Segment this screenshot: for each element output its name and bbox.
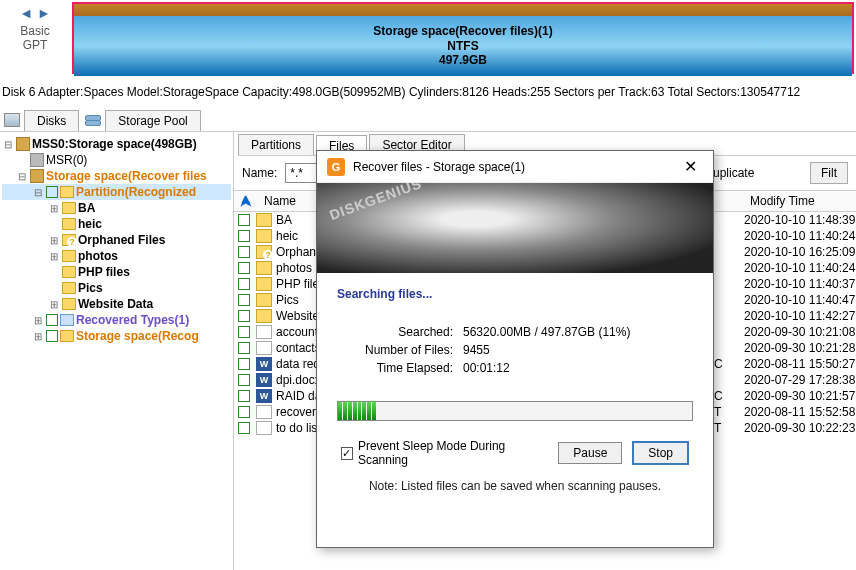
folder-icon xyxy=(60,330,74,342)
folder-icon xyxy=(256,213,272,227)
basic-gpt-indicator: ◄ ► Basic GPT xyxy=(0,0,70,80)
checkbox-icon[interactable] xyxy=(238,310,250,322)
file-modify-time: 2020-10-10 11:40:24 xyxy=(744,261,856,275)
tree-folder-orphaned[interactable]: ⊞Orphaned Files xyxy=(2,232,231,248)
left-tabs: Disks Storage Pool xyxy=(0,108,856,132)
file-modify-time: 2020-09-30 10:22:23 xyxy=(744,421,856,435)
word-doc-icon: W xyxy=(256,389,272,403)
prevent-sleep-checkbox[interactable]: ✓ Prevent Sleep Mode During Scanning xyxy=(341,439,538,467)
dialog-title: Recover files - Storage space(1) xyxy=(353,160,678,174)
checkbox-icon[interactable] xyxy=(238,278,250,290)
tree-folder-pics[interactable]: Pics xyxy=(2,280,231,296)
elapsed-label: Time Elapsed: xyxy=(337,361,453,375)
up-folder-icon[interactable]: ⮝ xyxy=(234,194,258,208)
checkbox-icon[interactable] xyxy=(238,214,250,226)
close-icon[interactable]: ✕ xyxy=(678,157,703,176)
tree-folder-ba[interactable]: ⊞BA xyxy=(2,200,231,216)
folder-icon xyxy=(256,309,272,323)
brand-text: DISKGENIUS xyxy=(327,183,424,223)
stop-button[interactable]: Stop xyxy=(632,441,689,465)
word-doc-icon: W xyxy=(256,357,272,371)
filter-button[interactable]: Filt xyxy=(810,162,848,184)
dialog-banner-image: DISKGENIUS xyxy=(317,183,713,273)
partition-fs: NTFS xyxy=(447,39,478,53)
column-modify-time[interactable]: Modify Time xyxy=(744,194,856,208)
document-icon xyxy=(256,421,272,435)
checkbox-icon[interactable] xyxy=(46,186,58,198)
tree-recovered-types[interactable]: ⊞Recovered Types(1) xyxy=(2,312,231,328)
checkbox-icon[interactable] xyxy=(238,374,250,386)
partition-map[interactable]: Storage space(Recover files)(1) NTFS 497… xyxy=(72,2,854,74)
tab-partitions[interactable]: Partitions xyxy=(238,134,314,155)
drive-icon xyxy=(16,137,30,151)
partition-icon xyxy=(30,153,44,167)
document-icon xyxy=(256,325,272,339)
checkbox-icon[interactable] xyxy=(238,246,250,258)
document-icon xyxy=(256,405,272,419)
folder-icon xyxy=(62,250,76,262)
folder-icon xyxy=(256,229,272,243)
searched-label: Searched: xyxy=(337,325,453,339)
tree-msr[interactable]: MSR(0) xyxy=(2,152,231,168)
folder-icon xyxy=(62,266,76,278)
checkbox-icon[interactable] xyxy=(238,342,250,354)
file-modify-time: 2020-10-10 11:40:24 xyxy=(744,229,856,243)
tree-folder-photos[interactable]: ⊞photos xyxy=(2,248,231,264)
checkbox-icon[interactable] xyxy=(46,314,58,326)
file-ext: T xyxy=(714,421,744,435)
file-modify-time: 2020-10-10 11:48:39 xyxy=(744,213,856,227)
pause-button[interactable]: Pause xyxy=(558,442,622,464)
document-icon xyxy=(256,341,272,355)
folder-icon xyxy=(62,282,76,294)
file-modify-time: 2020-08-11 15:50:27 xyxy=(744,357,856,371)
file-ext: C xyxy=(714,357,744,371)
checkbox-icon[interactable] xyxy=(238,390,250,402)
tab-disks[interactable]: Disks xyxy=(24,110,79,131)
searched-value: 56320.00MB / 497.87GB (11%) xyxy=(463,325,630,339)
tab-storage-pool[interactable]: Storage Pool xyxy=(105,110,200,131)
recover-progress-dialog: G Recover files - Storage space(1) ✕ DIS… xyxy=(316,150,714,548)
tree-storage-space[interactable]: ⊟Storage space(Recover files xyxy=(2,168,231,184)
file-modify-time: 2020-09-30 10:21:08 xyxy=(744,325,856,339)
checkbox-icon[interactable] xyxy=(238,294,250,306)
word-doc-icon: W xyxy=(256,373,272,387)
tree-partition-recognized[interactable]: ⊟Partition(Recognized xyxy=(2,184,231,200)
folder-icon xyxy=(62,218,76,230)
checkbox-icon[interactable] xyxy=(238,422,250,434)
checkbox-icon[interactable] xyxy=(238,230,250,242)
drive-icon xyxy=(30,169,44,183)
checkbox-icon[interactable] xyxy=(238,406,250,418)
checkbox-icon[interactable] xyxy=(238,262,250,274)
tree-folder-website[interactable]: ⊞Website Data xyxy=(2,296,231,312)
filter-name-input[interactable] xyxy=(285,163,319,183)
file-modify-time: 2020-10-10 11:40:37 xyxy=(744,277,856,291)
checkbox-icon[interactable] xyxy=(46,330,58,342)
checkbox-icon[interactable] xyxy=(238,326,250,338)
numfiles-label: Number of Files: xyxy=(337,343,453,357)
partition-type-label: Basic GPT xyxy=(0,24,70,53)
tree-root[interactable]: ⊟MSS0:Storage space(498GB) xyxy=(2,136,231,152)
folder-icon xyxy=(60,186,74,198)
tree-panel: ⊟MSS0:Storage space(498GB) MSR(0) ⊟Stora… xyxy=(0,132,234,570)
tree-storage-recognized[interactable]: ⊞Storage space(Recog xyxy=(2,328,231,344)
file-modify-time: 2020-07-29 17:28:38 xyxy=(744,373,856,387)
folder-icon xyxy=(62,202,76,214)
folder-icon xyxy=(256,277,272,291)
searching-status: Searching files... xyxy=(337,287,693,301)
folder-icon xyxy=(60,314,74,326)
folder-icon xyxy=(256,261,272,275)
tree-folder-php[interactable]: PHP files xyxy=(2,264,231,280)
elapsed-value: 00:01:12 xyxy=(463,361,510,375)
file-modify-time: 2020-10-10 11:40:47 xyxy=(744,293,856,307)
filter-name-label: Name: xyxy=(242,166,277,180)
checkbox-icon[interactable] xyxy=(238,358,250,370)
partition-size: 497.9GB xyxy=(439,53,487,67)
file-ext: C xyxy=(714,389,744,403)
disk-info-line: Disk 6 Adapter:Spaces Model:StorageSpace… xyxy=(0,80,856,104)
app-icon: G xyxy=(327,158,345,176)
tree-folder-heic[interactable]: heic xyxy=(2,216,231,232)
file-ext: T xyxy=(714,405,744,419)
disks-icon xyxy=(4,113,20,127)
checkbox-icon: ✓ xyxy=(341,447,353,460)
nav-arrows-icon[interactable]: ◄ ► xyxy=(0,5,70,21)
